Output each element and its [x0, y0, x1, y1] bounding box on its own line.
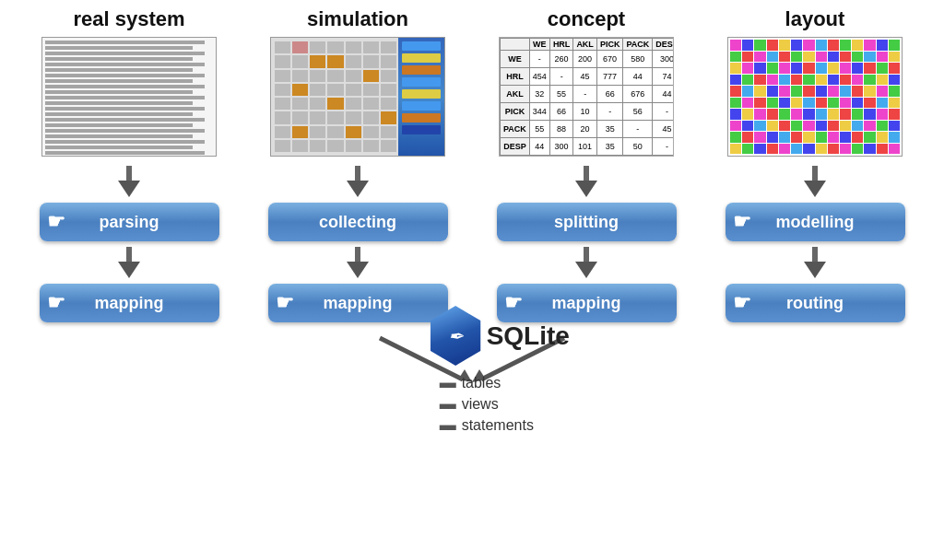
- col-title-simulation: simulation: [307, 7, 408, 31]
- concept-th-empty: [501, 39, 530, 51]
- concept-cell-5-5: 50: [623, 138, 653, 156]
- mapping-real-label: mapping: [95, 294, 164, 313]
- arrow-layout-to-modelling: [804, 166, 826, 197]
- headers-row: real system ☛ parsin: [15, 7, 929, 324]
- concept-th-pack: PACK: [623, 39, 653, 51]
- parsing-button[interactable]: ☛ parsing: [40, 203, 219, 241]
- routing-button[interactable]: ☛ routing: [726, 284, 905, 322]
- concept-cell-5-2: 300: [549, 138, 573, 156]
- sqlite-statements-label: statements: [462, 417, 534, 434]
- sqlite-tables-label: tables: [462, 375, 502, 391]
- hand-icon-mapping-real: ☛: [47, 291, 65, 315]
- splitting-button[interactable]: splitting: [497, 203, 677, 241]
- concept-cell-2-4: 66: [596, 86, 623, 103]
- sqlite-items: ▬ tables ▬ views ▬ statements: [440, 373, 534, 435]
- routing-label: routing: [786, 294, 844, 313]
- statements-bullet: ▬: [440, 415, 456, 435]
- arrow-parsing-to-mapping: [118, 247, 140, 278]
- main-layout: real system ☛ parsin: [0, 0, 944, 560]
- concept-th-hrl: HRL: [549, 39, 573, 51]
- concept-cell-3-2: 66: [549, 103, 573, 121]
- modelling-button[interactable]: ☛ modelling: [726, 203, 905, 241]
- concept-th-desp: DESP: [653, 39, 674, 51]
- arrow-concept-to-splitting: [575, 166, 597, 197]
- sqlite-item-views: ▬ views: [440, 394, 534, 414]
- concept-th-we: WE: [529, 39, 549, 51]
- concept-table-row: HRL454-457774474: [501, 68, 675, 86]
- concept-cell-3-1: 344: [529, 103, 549, 121]
- hand-icon-parsing: ☛: [47, 210, 65, 234]
- concept-cell-1-6: 74: [653, 68, 674, 86]
- concept-cell-2-5: 676: [623, 86, 653, 103]
- concept-cell-4-5: -: [623, 121, 653, 138]
- views-bullet: ▬: [440, 394, 456, 414]
- concept-cell-4-1: 55: [529, 121, 549, 138]
- hand-icon-mapping-sim: ☛: [276, 291, 294, 315]
- concept-cell-2-1: 32: [529, 86, 549, 103]
- concept-cell-4-6: 45: [653, 121, 674, 138]
- thumbnail-layout: [727, 37, 903, 157]
- mapping-real-button[interactable]: ☛ mapping: [40, 284, 219, 322]
- thumbnail-real-system: [41, 37, 217, 157]
- concept-cell-1-4: 777: [596, 68, 623, 86]
- col-simulation: simulation: [252, 7, 464, 324]
- col-title-layout: layout: [785, 7, 845, 31]
- arrow-modelling-to-routing: [804, 247, 826, 278]
- arrow-sim-to-collecting: [347, 166, 369, 197]
- concept-cell-3-3: 10: [573, 103, 597, 121]
- concept-cell-1-0: HRL: [501, 68, 530, 86]
- mapping-sim-button[interactable]: ☛ mapping: [268, 284, 448, 322]
- concept-cell-4-0: PACK: [501, 121, 530, 138]
- sqlite-views-label: views: [462, 396, 499, 413]
- concept-table-row: PICK3446610-56-: [501, 103, 675, 121]
- hand-icon-routing: ☛: [733, 291, 751, 315]
- concept-cell-3-6: -: [653, 103, 674, 121]
- concept-cell-5-1: 44: [529, 138, 549, 156]
- concept-cell-1-2: -: [549, 68, 573, 86]
- concept-table-row: DESP443001013550-: [501, 138, 675, 156]
- concept-cell-1-5: 44: [623, 68, 653, 86]
- thumbnail-simulation: [270, 37, 445, 157]
- sqlite-icon: ✒: [431, 306, 481, 366]
- concept-cell-3-5: 56: [623, 103, 653, 121]
- concept-cell-5-6: -: [653, 138, 674, 156]
- sqlite-item-tables: ▬ tables: [440, 373, 534, 392]
- arrow-collecting-to-mapping: [347, 247, 369, 278]
- arrow-real-to-parsing: [118, 166, 140, 197]
- bottom-area: ✒ SQLite ▬ tables ▬ views ▬ statem: [15, 324, 929, 435]
- concept-cell-0-2: 260: [549, 51, 573, 68]
- sqlite-section: ✒ SQLite ▬ tables ▬ views ▬ statem: [431, 306, 570, 435]
- concept-cell-0-1: -: [529, 51, 549, 68]
- col-concept: concept WE HRL AKL PICK PACK DESP: [480, 7, 692, 324]
- mapping-sim-label: mapping: [324, 294, 393, 313]
- col-title-concept: concept: [548, 7, 625, 31]
- concept-cell-0-0: WE: [501, 51, 530, 68]
- concept-cell-5-0: DESP: [501, 138, 530, 156]
- hand-icon-modelling: ☛: [733, 210, 751, 234]
- sqlite-feather-icon: ✒: [448, 325, 464, 347]
- sqlite-name-text: SQLite: [487, 321, 570, 351]
- concept-cell-0-3: 200: [573, 51, 597, 68]
- concept-cell-0-5: 580: [623, 51, 653, 68]
- concept-table: WE HRL AKL PICK PACK DESP WE-26020067058…: [500, 38, 674, 156]
- concept-cell-2-2: 55: [549, 86, 573, 103]
- concept-cell-1-1: 454: [529, 68, 549, 86]
- parsing-label: parsing: [99, 213, 159, 232]
- collecting-button[interactable]: collecting: [268, 203, 448, 241]
- sqlite-logo: ✒ SQLite: [431, 306, 570, 366]
- concept-cell-0-6: 300: [653, 51, 674, 68]
- concept-cell-0-4: 670: [596, 51, 623, 68]
- concept-cell-4-3: 20: [573, 121, 597, 138]
- concept-cell-2-6: 44: [653, 86, 674, 103]
- concept-table-row: PACK55882035-45: [501, 121, 675, 138]
- modelling-label: modelling: [776, 213, 855, 232]
- col-title-real-system: real system: [73, 7, 184, 31]
- concept-cell-3-0: PICK: [501, 103, 530, 121]
- arrow-splitting-to-mapping: [575, 247, 597, 278]
- splitting-label: splitting: [554, 213, 619, 232]
- col-layout: layout: [709, 7, 921, 324]
- col-real-system: real system ☛ parsin: [23, 7, 235, 324]
- concept-cell-5-3: 101: [573, 138, 597, 156]
- concept-cell-1-3: 45: [573, 68, 597, 86]
- thumbnail-concept: WE HRL AKL PICK PACK DESP WE-26020067058…: [499, 37, 674, 157]
